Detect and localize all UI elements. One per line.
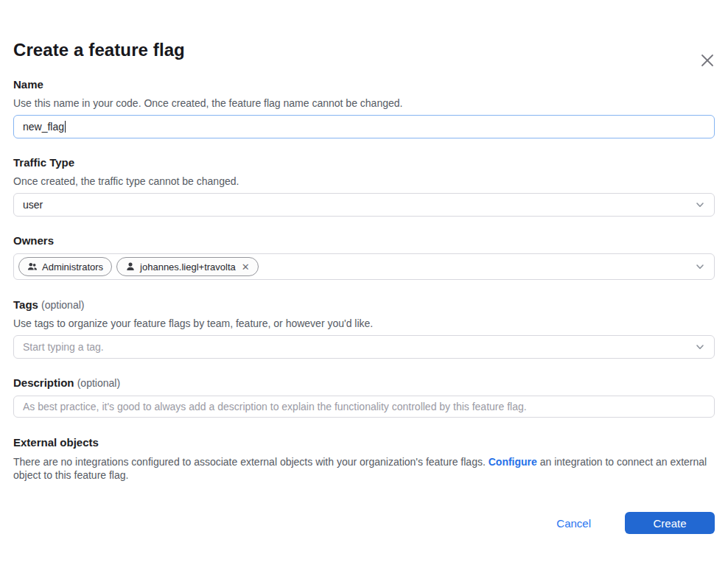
traffic-type-help-text: Once created, the traffic type cannot be… [13,175,715,187]
create-button[interactable]: Create [625,512,715,534]
tags-optional-text: (optional) [41,299,84,311]
owner-chip-user[interactable]: johannes.liegl+travolta ✕ [116,257,259,276]
remove-owner-icon[interactable]: ✕ [242,262,250,272]
tags-placeholder: Start typing a tag. [23,341,104,353]
tags-select[interactable]: Start typing a tag. [13,335,715,359]
owners-label: Owners [13,235,715,247]
tags-label-text: Tags [13,298,38,311]
person-icon [125,261,136,272]
owner-chip-administrators[interactable]: Administrators [18,257,112,276]
name-input[interactable]: new_flag [13,115,715,138]
description-optional-text: (optional) [77,377,120,389]
chevron-down-icon [695,200,705,210]
description-input-wrap [13,396,715,418]
owner-chip-label: Administrators [42,261,103,273]
name-label: Name [13,79,715,91]
tags-label: Tags (optional) [13,299,715,311]
description-label-text: Description [13,376,74,389]
create-feature-flag-dialog: Create a feature flag Name Use this name… [0,40,728,562]
dialog-footer: Cancel Create [13,512,715,534]
external-objects-text-before: There are no integrations configured to … [13,456,489,468]
owners-select[interactable]: Administrators johannes.liegl+travolta ✕ [13,253,715,280]
traffic-type-select[interactable]: user [13,193,715,217]
configure-link[interactable]: Configure [489,456,537,468]
chevron-down-icon [695,342,705,352]
cancel-button[interactable]: Cancel [556,517,591,530]
tags-help-text: Use tags to organize your feature flags … [13,317,715,329]
description-label: Description (optional) [13,377,715,389]
dialog-title: Create a feature flag [13,40,715,60]
external-objects-label: External objects [13,437,715,449]
name-help-text: Use this name in your code. Once created… [13,97,715,109]
close-icon [699,52,715,69]
traffic-type-label: Traffic Type [13,157,715,169]
text-caret [65,121,66,133]
close-button[interactable] [697,50,718,71]
traffic-type-selected-value: user [23,199,43,211]
chevron-down-icon [695,261,705,272]
group-icon [27,261,38,272]
owner-chip-label: johannes.liegl+travolta [140,261,236,273]
external-objects-text: There are no integrations configured to … [13,455,715,482]
description-input[interactable] [23,401,705,412]
name-input-value: new_flag [23,121,64,133]
